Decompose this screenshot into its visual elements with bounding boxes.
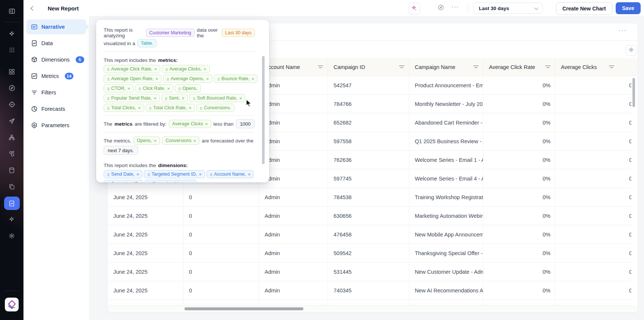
- ai-sparkle-nav-icon[interactable]: [5, 28, 19, 40]
- column-header-account[interactable]: Account Name: [259, 58, 328, 76]
- narrative-chip[interactable]: Table.: [138, 39, 157, 47]
- filter-icon[interactable]: [318, 65, 323, 69]
- sidebar-item-forecasts[interactable]: Forecasts: [26, 101, 86, 116]
- filter-icon[interactable]: [545, 65, 550, 69]
- remove-icon[interactable]: ×: [182, 96, 185, 101]
- metric-chip[interactable]: ⣶Average Open Rate,×: [104, 75, 162, 83]
- remove-icon[interactable]: ×: [127, 86, 130, 91]
- metric-chip[interactable]: ⣶Average Click Rate,×: [104, 65, 160, 73]
- dashboard-icon[interactable]: [5, 65, 19, 78]
- metric-chip[interactable]: ⣶Average Opens,×: [163, 75, 212, 83]
- sidebar-item-narrative[interactable]: Narrative: [26, 19, 86, 34]
- compass-rail-icon[interactable]: [5, 82, 19, 94]
- database-icon[interactable]: [5, 164, 19, 176]
- drag-handle-icon[interactable]: ⣶: [210, 172, 212, 176]
- narrative-chip[interactable]: Conversions×: [162, 137, 199, 145]
- create-new-chart-button[interactable]: Create New Chart: [556, 2, 612, 15]
- drag-handle-icon[interactable]: ⣶: [217, 77, 220, 81]
- metric-chip[interactable]: ⣶Total Click Rate,×: [146, 104, 195, 112]
- drag-handle-icon[interactable]: ⣶: [148, 182, 150, 182]
- narrative-scrollbar[interactable]: [262, 56, 265, 164]
- sidebar-item-metrics[interactable]: Metrics14: [26, 69, 86, 84]
- panel-toggle-icon[interactable]: [5, 5, 19, 18]
- table-row[interactable]: June 24, 20250Admin740345New AI Recommen…: [108, 281, 638, 300]
- remove-icon[interactable]: ×: [199, 172, 202, 177]
- drag-handle-icon[interactable]: ⣶: [165, 67, 167, 71]
- date-range-select[interactable]: Last 30 days: [473, 3, 543, 14]
- dimension-chip[interactable]: ⣶Campaign ID,: [104, 180, 143, 182]
- column-header-id[interactable]: Campaign ID: [328, 58, 409, 76]
- drag-handle-icon[interactable]: ⣶: [178, 87, 180, 90]
- app-logo[interactable]: [5, 298, 19, 311]
- filter-icon[interactable]: [609, 65, 614, 69]
- remove-icon[interactable]: ×: [154, 138, 157, 143]
- sidebar-item-parameters[interactable]: Parameters: [26, 118, 86, 133]
- drag-handle-icon[interactable]: ⣶: [165, 96, 167, 100]
- metric-chip[interactable]: ⣶Average Clicks,×: [162, 65, 210, 73]
- hierarchy-icon[interactable]: [5, 131, 19, 144]
- metric-chip[interactable]: ⣶Bounce Rate,×: [214, 75, 258, 83]
- remove-icon[interactable]: ×: [206, 76, 209, 81]
- shapes-icon[interactable]: [5, 147, 19, 160]
- table-row[interactable]: June 24, 20250Admin630656Marketing Autom…: [108, 207, 638, 225]
- value-box[interactable]: 1000: [236, 119, 255, 128]
- remove-icon[interactable]: ×: [154, 67, 157, 72]
- remove-icon[interactable]: ×: [203, 67, 206, 72]
- sidebar-item-dimensions[interactable]: Dimensions5: [26, 52, 86, 67]
- table-more-icon[interactable]: ···: [619, 26, 626, 34]
- drag-handle-icon[interactable]: ⣶: [107, 67, 109, 71]
- drag-handle-icon[interactable]: ⣶: [167, 77, 169, 81]
- dimension-chip[interactable]: ⣶Send Date,×: [104, 170, 142, 178]
- drag-handle-icon[interactable]: ⣶: [200, 106, 202, 110]
- metric-chip[interactable]: ⣶Click Rate,×: [135, 84, 173, 92]
- narrative-chip[interactable]: Customer Marketing: [146, 29, 195, 37]
- metric-chip[interactable]: ⣶CTOR,×: [104, 84, 134, 92]
- table-row[interactable]: June 24, 20250Admin531445New Customer Up…: [108, 263, 638, 281]
- copy-icon[interactable]: [5, 180, 19, 193]
- column-header-clicks[interactable]: Average Clicks: [555, 58, 638, 76]
- table-row[interactable]: June 24, 20250Admin476458New Mobile App …: [108, 225, 638, 244]
- table-settings-button[interactable]: [626, 45, 637, 56]
- drag-handle-icon[interactable]: ⣶: [193, 96, 195, 100]
- dimension-chip[interactable]: ⣶Campaign Name,×: [145, 180, 196, 182]
- column-header-rate[interactable]: Average Click Rate: [483, 58, 555, 76]
- table-row[interactable]: June 24, 20250Admin784538Training Worksh…: [108, 188, 638, 207]
- column-header-name[interactable]: Campaign Name: [409, 58, 483, 76]
- sidebar-item-data[interactable]: Data: [26, 36, 86, 51]
- topbar-more-icon[interactable]: ···: [451, 3, 459, 11]
- remove-icon[interactable]: ×: [138, 106, 141, 110]
- back-button[interactable]: [29, 4, 37, 12]
- sparkle-icon[interactable]: [5, 213, 19, 226]
- remove-icon[interactable]: ×: [136, 172, 139, 177]
- table-vertical-scrollbar[interactable]: [632, 78, 635, 107]
- drag-handle-icon[interactable]: ⣶: [107, 182, 109, 182]
- metric-chip[interactable]: ⣶Opens,: [175, 84, 201, 92]
- reports-nav-icon[interactable]: [4, 197, 20, 210]
- metric-chip[interactable]: ⣶Conversions.: [196, 104, 234, 112]
- dimension-chip[interactable]: ⣶Account Name,×: [206, 170, 254, 178]
- remove-icon[interactable]: ×: [189, 106, 192, 110]
- send-icon[interactable]: [5, 114, 19, 127]
- drag-handle-icon[interactable]: ⣶: [107, 172, 109, 176]
- table-row[interactable]: June 24, 20250Admin509542Thanksgiving Sp…: [108, 244, 638, 263]
- metric-chip[interactable]: ⣶Soft Bounced Rate,×: [189, 94, 245, 102]
- value-box[interactable]: next 7 days.: [104, 146, 138, 155]
- narrative-chip[interactable]: Average Clicks×: [169, 120, 211, 128]
- drag-handle-icon[interactable]: ⣶: [107, 77, 109, 81]
- metric-chip[interactable]: ⣶Total Clicks,×: [104, 104, 144, 112]
- drag-handle-icon[interactable]: ⣶: [107, 106, 109, 110]
- remove-icon[interactable]: ×: [154, 96, 157, 101]
- explore-compass-button[interactable]: [437, 4, 445, 12]
- remove-icon[interactable]: ×: [252, 76, 255, 81]
- drag-handle-icon[interactable]: ⣶: [147, 172, 149, 176]
- ai-assistant-button[interactable]: [408, 3, 420, 15]
- remove-icon[interactable]: ×: [248, 172, 251, 177]
- metric-chip[interactable]: ⣶Sent,×: [161, 94, 188, 102]
- drag-handle-icon[interactable]: ⣶: [107, 87, 109, 90]
- remove-icon[interactable]: ×: [155, 76, 158, 81]
- save-button[interactable]: Save: [616, 2, 641, 14]
- dimension-chip[interactable]: ⣶Targeted Segment ID,×: [144, 170, 205, 178]
- drag-handle-icon[interactable]: ⣶: [107, 96, 109, 100]
- table-horizontal-scrollbar[interactable]: [184, 307, 303, 310]
- apps-grid-icon[interactable]: [5, 44, 19, 56]
